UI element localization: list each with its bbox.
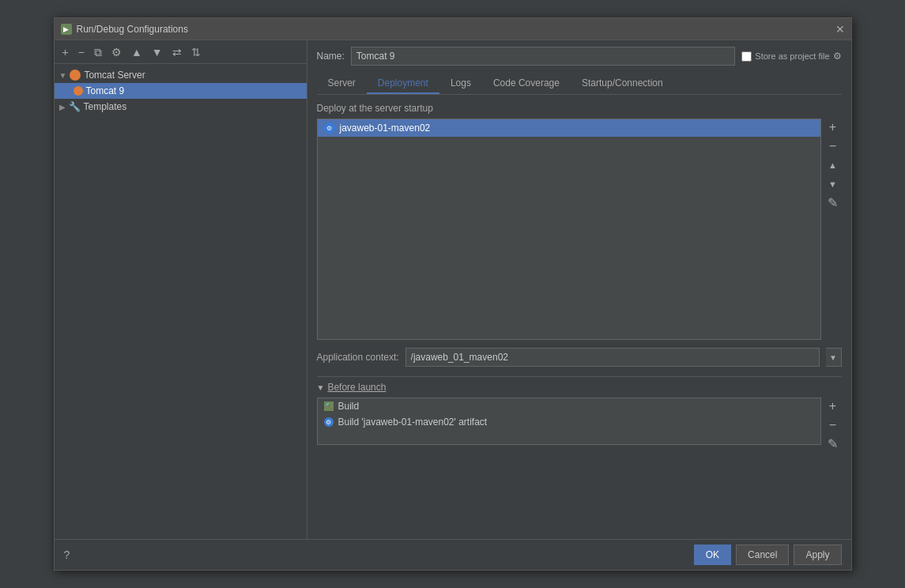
bl-build-icon: 🔨: [324, 401, 334, 411]
deploy-list: ⚙ javaweb-01-maven02: [317, 119, 821, 340]
templates-label: Templates: [84, 101, 127, 112]
deploy-section-label: Deploy at the server startup: [317, 103, 842, 114]
dialog-title-icon: ▶: [61, 24, 72, 35]
bl-artifact-label: Build 'javaweb-01-maven02' artifact: [338, 416, 488, 428]
dialog-footer: ? OK Cancel Apply: [55, 539, 851, 570]
cancel-button[interactable]: Cancel: [736, 545, 789, 565]
tab-coverage[interactable]: Code Coverage: [482, 74, 571, 94]
left-panel: + − ⧉ ⚙ ▲ ▼ ⇄ ⇅ ▼ Tomcat Server: [55, 40, 307, 539]
deploy-item[interactable]: ⚙ javaweb-01-maven02: [318, 119, 820, 137]
before-launch-side-btns: + − ✎: [824, 398, 842, 453]
dialog-titlebar: ▶ Run/Debug Configurations ✕: [55, 18, 851, 40]
deploy-list-wrapper: ⚙ javaweb-01-maven02: [317, 119, 821, 340]
tab-startup[interactable]: Startup/Connection: [571, 74, 674, 94]
add-config-button[interactable]: +: [59, 45, 72, 59]
bl-item-build[interactable]: 🔨 Build: [318, 398, 820, 414]
tomcat-server-group: ▼ Tomcat Server Tomcat 9: [55, 67, 307, 99]
bl-artifact-icon: ⚙: [324, 417, 334, 427]
move-button[interactable]: ⇄: [169, 45, 185, 59]
expand-arrow-icon: ▼: [59, 71, 67, 80]
tomcat9-icon: [74, 86, 83, 96]
sort-button[interactable]: ⇅: [188, 45, 204, 59]
deploy-edit-button[interactable]: ✎: [824, 194, 842, 212]
bl-add-button[interactable]: +: [824, 398, 842, 415]
context-label: Application context:: [317, 352, 399, 363]
deploy-item-icon: ⚙: [324, 122, 335, 134]
name-row: Name: Store as project file ⚙: [317, 47, 842, 66]
tomcat-server-icon: [70, 70, 81, 81]
before-launch-list-wrapper: 🔨 Build ⚙ Build 'javaweb-01-maven02' art…: [317, 398, 821, 453]
bl-remove-button[interactable]: −: [824, 416, 842, 434]
templates-arrow-icon: ▶: [59, 103, 66, 111]
dialog-title-text: Run/Debug Configurations: [77, 24, 188, 35]
before-launch-title[interactable]: Before launch: [327, 382, 386, 393]
move-up-button[interactable]: ▲: [128, 45, 145, 59]
bl-edit-button[interactable]: ✎: [824, 435, 842, 453]
before-launch-list: 🔨 Build ⚙ Build 'javaweb-01-maven02' art…: [317, 398, 821, 445]
tab-logs[interactable]: Logs: [439, 74, 482, 94]
store-label: Store as project file: [755, 51, 829, 61]
deploy-section: ⚙ javaweb-01-maven02 + − ▲ ▼ ✎: [317, 119, 842, 340]
move-down-button[interactable]: ▼: [149, 45, 166, 59]
store-checkbox-row: Store as project file ⚙: [741, 51, 841, 62]
before-launch-arrow-icon: ▼: [317, 383, 325, 392]
tomcat9-label: Tomcat 9: [86, 85, 125, 96]
tomcat-server-label: Tomcat Server: [84, 70, 145, 81]
dialog-title: ▶ Run/Debug Configurations: [61, 24, 188, 35]
ok-button[interactable]: OK: [694, 545, 731, 565]
deploy-remove-button[interactable]: −: [824, 138, 842, 155]
deploy-down-button[interactable]: ▼: [824, 175, 842, 193]
tab-server[interactable]: Server: [317, 74, 367, 94]
copy-config-button[interactable]: ⧉: [91, 45, 105, 59]
help-button[interactable]: ?: [64, 548, 70, 561]
bl-item-artifact[interactable]: ⚙ Build 'javaweb-01-maven02' artifact: [318, 414, 820, 430]
settings-gear-icon[interactable]: ⚙: [833, 51, 842, 62]
name-input[interactable]: [351, 47, 736, 66]
tomcat-server-parent[interactable]: ▼ Tomcat Server: [55, 67, 307, 83]
deploy-add-button[interactable]: +: [824, 119, 842, 136]
run-debug-dialog: ▶ Run/Debug Configurations ✕ + − ⧉ ⚙ ▲ ▼…: [54, 17, 852, 571]
dialog-body: + − ⧉ ⚙ ▲ ▼ ⇄ ⇅ ▼ Tomcat Server: [55, 40, 851, 539]
context-row: Application context: ▼: [317, 348, 842, 367]
apply-button[interactable]: Apply: [794, 545, 841, 565]
deploy-side-btns: + − ▲ ▼ ✎: [824, 119, 842, 340]
templates-item[interactable]: ▶ 🔧 Templates: [55, 99, 307, 115]
context-dropdown-button[interactable]: ▼: [826, 348, 842, 367]
tab-deployment[interactable]: Deployment: [367, 74, 439, 94]
settings-config-button[interactable]: ⚙: [108, 45, 125, 59]
deploy-up-button[interactable]: ▲: [824, 156, 842, 174]
before-launch-section: ▼ Before launch 🔨 Build ⚙ Build 'javaw: [317, 376, 842, 453]
bl-build-label: Build: [338, 401, 360, 412]
config-tree: ▼ Tomcat Server Tomcat 9 ▶ 🔧 Templates: [55, 64, 307, 539]
deploy-item-label: javaweb-01-maven02: [340, 122, 431, 134]
tomcat9-item[interactable]: Tomcat 9: [55, 83, 307, 99]
tabs-bar: Server Deployment Logs Code Coverage Sta…: [317, 74, 842, 95]
right-panel: Name: Store as project file ⚙ Server Dep…: [307, 40, 851, 539]
before-launch-header: ▼ Before launch: [317, 382, 842, 393]
before-launch-content: 🔨 Build ⚙ Build 'javaweb-01-maven02' art…: [317, 398, 842, 453]
name-label: Name:: [317, 51, 345, 62]
close-button[interactable]: ✕: [835, 24, 845, 35]
store-checkbox[interactable]: [741, 51, 752, 62]
context-input[interactable]: [405, 348, 820, 367]
remove-config-button[interactable]: −: [75, 45, 88, 59]
left-toolbar: + − ⧉ ⚙ ▲ ▼ ⇄ ⇅: [55, 40, 307, 64]
wrench-icon: 🔧: [69, 101, 81, 112]
